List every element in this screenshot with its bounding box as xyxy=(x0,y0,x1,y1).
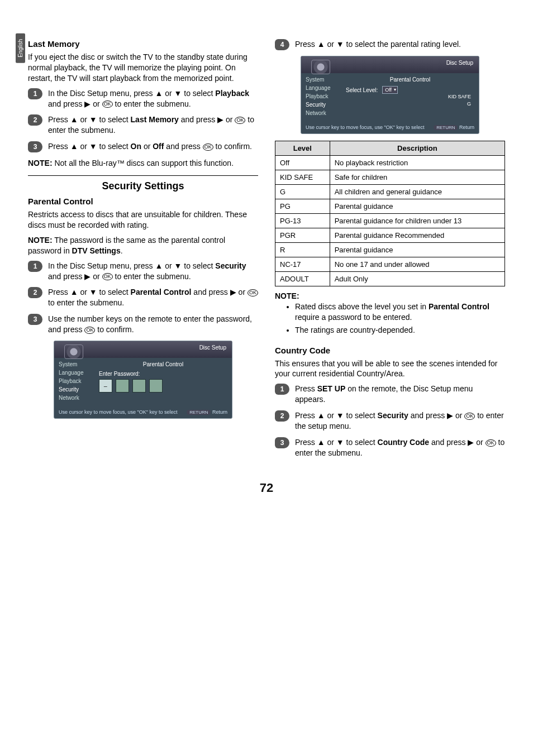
step-text: Press ▲ or ▼ to select Last Memory and p… xyxy=(48,114,258,136)
gear-icon xyxy=(311,60,330,74)
ok-icon: OK xyxy=(464,413,475,420)
step-text: In the Disc Setup menu, press ▲ or ▼ to … xyxy=(48,88,258,109)
t: to enter the submenu. xyxy=(113,99,191,108)
osd-select-label: Select Level: xyxy=(346,87,378,93)
step-badge: 4 xyxy=(275,39,289,50)
osd-menu-item: Network xyxy=(306,110,339,116)
t: and press ▶ or xyxy=(408,411,465,420)
cell: Parental guidance for children under 13 xyxy=(330,214,505,228)
t: Press ▲ or ▼ to select xyxy=(295,411,378,420)
last-memory-intro: If you eject the disc or switch the TV t… xyxy=(28,52,258,84)
t: and press ▶ or xyxy=(429,438,486,447)
cell: KID SAFE xyxy=(275,170,330,185)
step-text: Press ▲ or ▼ to select Parental Control … xyxy=(48,287,258,308)
osd-password-boxes xyxy=(99,379,227,393)
country-code-heading: Country Code xyxy=(275,346,505,355)
note-item: Rated discs above the level you set in P… xyxy=(295,302,505,323)
t: In the Disc Setup menu, press ▲ or ▼ to … xyxy=(48,261,215,270)
osd-footer-hint: Use cursor key to move focus, use "OK" k… xyxy=(59,409,177,415)
rating-table: Level Description OffNo playback restric… xyxy=(275,141,505,286)
step-badge: 1 xyxy=(28,261,42,272)
t: Parental Control xyxy=(131,288,192,296)
osd-content-title: Parental Control xyxy=(346,76,474,83)
pw-box xyxy=(149,379,163,393)
ok-icon: OK xyxy=(486,439,496,447)
note-body: Not all the Blu-ray™ discs can support t… xyxy=(53,159,234,168)
divider xyxy=(28,175,258,176)
step-badge: 2 xyxy=(28,114,42,126)
return-icon: RETURN xyxy=(187,410,211,415)
ok-icon: OK xyxy=(102,101,113,108)
osd-level-options: KID SAFE G xyxy=(346,94,471,107)
osd-menu-item: Playback xyxy=(306,93,339,99)
step-badge: 1 xyxy=(275,384,289,395)
parental-control-heading: Parental Control xyxy=(28,197,258,206)
pw-box xyxy=(99,379,112,393)
t: Last Memory xyxy=(131,115,179,124)
osd-menu-item: Security xyxy=(306,102,339,108)
t: Security xyxy=(378,411,408,420)
cell: Parental guidance xyxy=(330,199,505,214)
table-row: GAll children and general guidance xyxy=(275,185,505,199)
osd-menu: System Language Playback Security Networ… xyxy=(306,76,339,120)
ok-icon: OK xyxy=(203,143,213,151)
osd-return-label: Return xyxy=(459,125,474,130)
osd-content-title: Parental Control xyxy=(99,361,227,367)
t: to enter the submenu. xyxy=(48,298,124,307)
step-text: Press SET UP on the remote, the Disc Set… xyxy=(295,384,505,405)
osd-level-dropdown: Off xyxy=(382,86,398,94)
step-badge: 2 xyxy=(28,287,42,298)
osd-menu-item: Language xyxy=(59,370,92,376)
t: require a password to be entered. xyxy=(295,313,412,322)
cell: R xyxy=(275,243,330,257)
cell: Off xyxy=(275,156,330,170)
ok-icon: OK xyxy=(235,117,245,124)
parental-control-note: NOTE: The password is the same as the pa… xyxy=(28,235,258,256)
cell: Adult Only xyxy=(330,272,505,286)
table-row: PGRParental guidance Recommended xyxy=(275,228,505,243)
osd-menu-item: Network xyxy=(59,395,92,401)
osd-menu-item: System xyxy=(306,76,339,83)
cell: PG-13 xyxy=(275,214,330,228)
t: Security xyxy=(215,261,246,270)
table-row: OffNo playback restriction xyxy=(275,156,505,170)
step-badge: 2 xyxy=(275,410,289,422)
t: to confirm. xyxy=(213,142,252,151)
t: The password is the same as the parental… xyxy=(28,236,225,255)
cell: PGR xyxy=(275,228,330,243)
last-memory-heading: Last Memory xyxy=(28,39,258,49)
page-number: 72 xyxy=(28,481,505,495)
t: In the Disc Setup menu, press ▲ or ▼ to … xyxy=(48,89,215,98)
t: and press ▶ or xyxy=(48,272,102,281)
ok-icon: OK xyxy=(248,289,258,296)
gear-icon xyxy=(64,344,83,359)
cell: ADOULT xyxy=(275,272,330,286)
table-row: NC-17No one 17 and under allowed xyxy=(275,257,505,272)
osd-menu-item: Security xyxy=(59,386,92,393)
t: Off xyxy=(153,142,164,151)
t: to confirm. xyxy=(95,325,134,334)
cell: PG xyxy=(275,199,330,214)
t: Rated discs above the level you set in xyxy=(295,302,429,311)
t: Press xyxy=(295,384,317,393)
t: Press ▲ or ▼ to select xyxy=(48,115,131,124)
language-tab: English xyxy=(16,34,25,63)
t: to enter the submenu. xyxy=(113,272,191,281)
osd-menu-item: Language xyxy=(306,85,339,91)
step-badge: 3 xyxy=(28,314,42,325)
ok-icon: OK xyxy=(84,327,95,334)
t: Press ▲ or ▼ to select xyxy=(48,142,131,151)
t: Use the number keys on the remote to ent… xyxy=(48,314,252,334)
cell: Parental guidance Recommended xyxy=(330,228,505,243)
osd-footer-hint: Use cursor key to move focus, use "OK" k… xyxy=(306,125,424,130)
step-text: Press ▲ or ▼ to select Security and pres… xyxy=(295,410,505,432)
note-label: NOTE: xyxy=(28,159,53,168)
note-label: NOTE: xyxy=(28,236,53,245)
table-row: ADOULTAdult Only xyxy=(275,272,505,286)
t: and press xyxy=(164,142,202,151)
table-row: KID SAFESafe for children xyxy=(275,170,505,185)
osd-title: Disc Setup xyxy=(446,60,473,66)
osd-screenshot-password: Disc Setup System Language Playback Secu… xyxy=(54,341,232,419)
table-head-description: Description xyxy=(330,141,505,156)
t: . xyxy=(121,246,123,255)
